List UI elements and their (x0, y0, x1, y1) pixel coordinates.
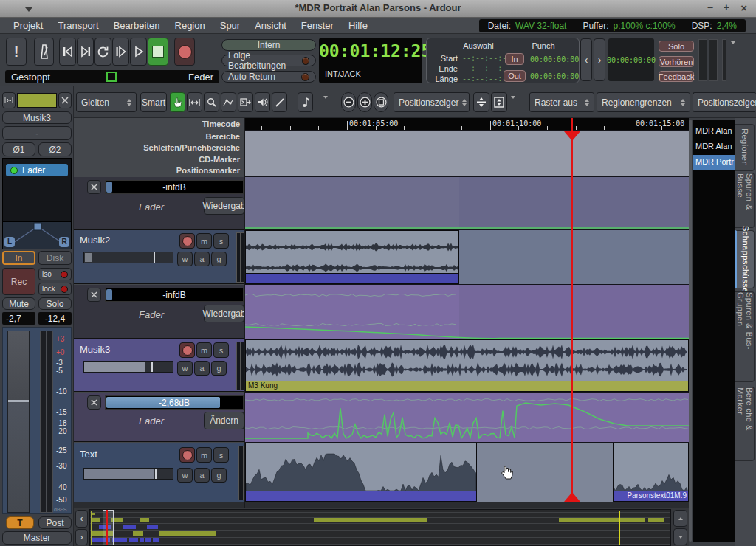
loop-punch-ruler[interactable] (245, 142, 689, 153)
track-header-musik2[interactable]: Musik2 m s w a g (74, 230, 245, 284)
group-button[interactable]: g (211, 468, 227, 483)
menu-item-region[interactable]: Region (168, 20, 213, 31)
timecode-ruler[interactable]: 00:01:05:00 00:01:10:00 00:01:15:00 (245, 118, 689, 131)
track-musik2-canvas[interactable] (245, 230, 689, 285)
tab-bereiche-marker[interactable]: Bereiche & Marker (735, 387, 755, 461)
record-button[interactable] (174, 38, 195, 66)
follow-edits-button[interactable]: Folge Bearbeitungen (221, 55, 316, 66)
strip-hide-button[interactable] (58, 92, 72, 108)
tab-spuren-bus-gruppen[interactable]: Spuren & Bus-Gruppen (735, 291, 755, 382)
mute-button[interactable]: m (196, 447, 212, 463)
strip-solo-button[interactable]: Solo (38, 297, 72, 310)
solo-button[interactable]: s (213, 447, 229, 463)
timefx-tool-button[interactable] (272, 92, 287, 112)
minimize-button[interactable]: − (707, 1, 713, 13)
ruler-label-1[interactable]: Bereiche (74, 131, 240, 142)
range-tool-button[interactable] (187, 92, 202, 112)
monitor-input-button[interactable]: In (2, 251, 35, 265)
cd-marker-ruler[interactable] (245, 153, 689, 165)
grid-mode-dropdown[interactable]: Gleiten (76, 92, 137, 112)
audio-region-musik2[interactable] (245, 230, 459, 284)
ruler-label-0[interactable]: Timecode (74, 118, 240, 131)
auto-return-button[interactable]: Auto Return (221, 71, 316, 83)
lane2-mode-button[interactable]: Wiedergab (204, 305, 244, 322)
primary-clock[interactable]: 00:01:12:25 INT/JACK (319, 38, 422, 83)
location-marker-ruler[interactable] (245, 165, 689, 177)
menu-item-fenster[interactable]: Fenster (294, 20, 341, 31)
fader-fill[interactable] (84, 362, 145, 372)
solo-button[interactable]: s (213, 342, 229, 358)
audio-region-musik3[interactable]: M3 Kung (245, 339, 689, 392)
track-name-label[interactable]: Musik2 (80, 235, 110, 246)
zoom-fit-button[interactable] (374, 92, 388, 112)
region-list-item[interactable]: MDR Alan (693, 124, 735, 139)
metering-point-tape-button[interactable]: T (6, 516, 34, 529)
play-range-button[interactable] (112, 38, 129, 66)
maximize-button[interactable]: + (724, 1, 729, 13)
draw-tool-button[interactable] (221, 92, 236, 112)
goto-start-button[interactable] (59, 38, 76, 66)
fader-grab[interactable] (85, 253, 92, 262)
gain-fader[interactable] (7, 331, 30, 513)
panner[interactable]: L R (2, 221, 72, 249)
stretch-tool-button[interactable] (238, 92, 253, 112)
summary-scroll-left-button[interactable]: ‹ (75, 510, 88, 528)
edit-point-dropdown[interactable]: Positionszeiger (693, 92, 756, 112)
tab-regionen[interactable]: Regionen (735, 124, 755, 171)
menu-item-transport[interactable]: Transport (50, 20, 106, 31)
region-list-item[interactable]: MDR Alan (693, 139, 735, 154)
zoom-out-button[interactable] (341, 92, 356, 112)
phase-2-button[interactable]: Ø2 (38, 142, 72, 156)
midi-panic-button[interactable]: ! (6, 38, 27, 66)
region-list-item-selected[interactable]: MDR Portr (693, 155, 735, 170)
gain-display[interactable]: -2,7 (2, 312, 35, 325)
track-name-label[interactable]: Text (80, 449, 97, 460)
automation-lane2-header[interactable]: -infdB Fader Wiedergab (74, 285, 245, 339)
lane3-mode-button[interactable]: Ändern (204, 412, 244, 429)
track-musik3-canvas[interactable]: M3 Kung (245, 339, 689, 393)
track-canvas[interactable]: 00:01:05:00 00:01:10:00 00:01:15:00 M3 K… (245, 118, 689, 508)
group-button[interactable]: g (211, 252, 227, 266)
menu-item-projekt[interactable]: Projekt (6, 20, 50, 31)
audio-region-text1[interactable] (245, 443, 477, 502)
fit-selection-button[interactable] (491, 92, 507, 112)
playhead-bottom-marker[interactable] (564, 492, 580, 502)
strip-track-name-button[interactable]: Musik3 (2, 111, 72, 124)
phase-1-button[interactable]: Ø1 (2, 142, 35, 156)
track-fader[interactable] (83, 361, 173, 373)
group-button[interactable]: g (211, 361, 227, 376)
stop-button[interactable] (148, 38, 168, 66)
afl-button[interactable]: a (194, 361, 210, 376)
track-header-text[interactable]: Text m s w a g (74, 443, 245, 502)
solo-isolate-button[interactable]: iso (38, 268, 72, 280)
mute-button[interactable]: Mute (2, 297, 35, 310)
audition-tool-button[interactable] (255, 92, 270, 112)
metering-point-post-button[interactable]: Post (38, 516, 72, 529)
lane3-hide-button[interactable] (87, 395, 101, 410)
note-tool-button[interactable] (298, 92, 313, 112)
processor-box[interactable]: Fader (2, 158, 72, 221)
write-automation-button[interactable]: w (177, 468, 193, 483)
ruler-label-4[interactable]: Positionsmarker (74, 165, 240, 176)
menu-item-ansicht[interactable]: Ansicht (247, 20, 294, 31)
mute-button[interactable]: m (196, 233, 212, 249)
punch-in-button[interactable]: In (505, 53, 524, 65)
lane1-hide-button[interactable] (87, 180, 101, 194)
menu-item-spur[interactable]: Spur (213, 20, 247, 31)
track-fader[interactable] (83, 252, 173, 263)
automation-lane1-canvas[interactable] (245, 177, 689, 230)
feedback-button[interactable]: Feedback (659, 71, 694, 82)
peak-display[interactable]: -12,4 (38, 312, 72, 325)
tab-schnappschuesse[interactable]: Schnappschüsse (735, 230, 755, 288)
ruler-label-2[interactable]: Schleifen/Punchbereiche (74, 142, 240, 153)
automation-lane3-canvas[interactable] (245, 393, 689, 443)
nav-next-button[interactable]: › (594, 38, 605, 81)
zoom-focus-dropdown[interactable]: Positionszeiger (394, 92, 470, 112)
processor-fader-entry[interactable]: Fader (6, 164, 68, 176)
strip-output-button[interactable]: - (2, 126, 72, 140)
fader-fill[interactable] (84, 469, 154, 479)
solo-button[interactable]: s (213, 233, 229, 249)
automation-lane3-header[interactable]: -2,68dB Fader Ändern (74, 393, 245, 442)
menu-item-hilfe[interactable]: Hilfe (341, 20, 375, 31)
track-header-musik3[interactable]: Musik3 m s w a g (74, 339, 245, 392)
